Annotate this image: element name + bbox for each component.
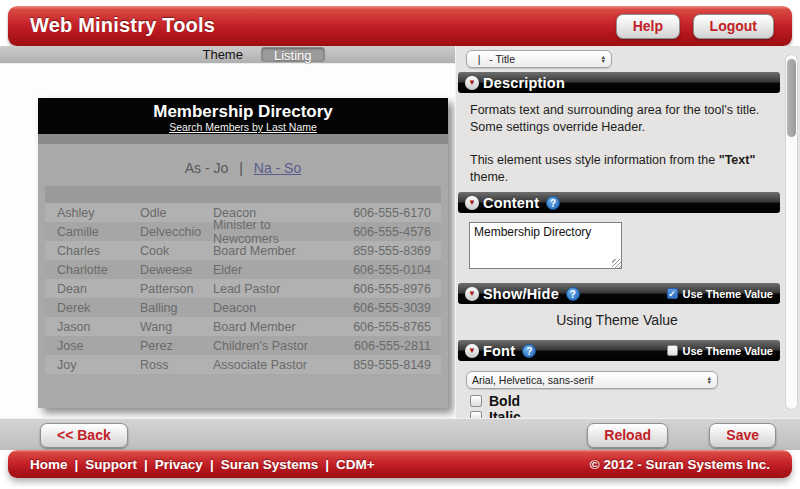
- pagination-separator: |: [239, 160, 243, 176]
- bold-option: ✓ Bold: [470, 393, 520, 409]
- description-text: This element uses style information from…: [470, 153, 719, 167]
- showhide-panel-title: Show/Hide: [483, 286, 559, 302]
- collapse-icon[interactable]: ▼: [465, 196, 479, 210]
- stepper-down-icon: ▼: [601, 59, 606, 64]
- search-members-link[interactable]: Search Members by Last Name: [38, 121, 448, 133]
- element-select-value: | - Title: [472, 53, 601, 65]
- main-region: Theme Listing Membership Directory Searc…: [0, 46, 800, 418]
- content-panel-header[interactable]: ▼ Content ?: [458, 192, 780, 213]
- table-cell: Ashley: [57, 206, 140, 220]
- scrollbar-thumb[interactable]: [787, 59, 796, 137]
- table-row: CharlesCookBoard Member859-555-8369: [45, 241, 441, 260]
- bold-checkbox[interactable]: ✓: [470, 395, 482, 407]
- reload-button[interactable]: Reload: [587, 423, 668, 448]
- footer-link[interactable]: Privacy: [155, 457, 203, 472]
- table-cell: Derek: [57, 301, 140, 315]
- table-cell: Dean: [57, 282, 140, 296]
- table-cell: Perez: [140, 339, 213, 353]
- tab-strip: Theme Listing: [0, 46, 455, 64]
- top-header-bar: Web Ministry Tools Help Logout: [8, 6, 792, 46]
- font-panel-title: Font: [483, 343, 515, 359]
- footer-link-separator: |: [144, 457, 148, 472]
- scrollbar[interactable]: [785, 54, 798, 410]
- help-button[interactable]: Help: [616, 14, 680, 39]
- table-cell: Children's Pastor: [213, 339, 331, 353]
- description-panel-header[interactable]: ▼ Description: [458, 72, 780, 93]
- footer-link[interactable]: Home: [30, 457, 68, 472]
- table-row: JosePerezChildren's Pastor606-555-2811: [45, 336, 441, 355]
- content-textarea[interactable]: Membership Directory: [469, 222, 622, 269]
- footer-link[interactable]: Suran Systems: [221, 457, 319, 472]
- pagination-current-range: As - Jo: [185, 160, 229, 176]
- font-panel-header[interactable]: ▼ Font ? ✓ Use Theme Value: [458, 340, 780, 361]
- table-cell: Odle: [140, 206, 213, 220]
- tab-theme[interactable]: Theme: [190, 47, 254, 62]
- table-cell: 606-555-4576: [331, 225, 431, 239]
- table-cell: Camille: [57, 225, 140, 239]
- help-icon[interactable]: ?: [566, 287, 580, 301]
- description-text: theme.: [470, 170, 508, 184]
- use-theme-label: Use Theme Value: [683, 288, 774, 300]
- description-paragraph: This element uses style information from…: [470, 152, 775, 186]
- showhide-use-theme-checkbox[interactable]: ✓: [667, 288, 678, 299]
- table-row: JoyRossAssociate Pastor859-555-8149: [45, 355, 441, 374]
- table-cell: Joy: [57, 358, 140, 372]
- app-window: Web Ministry Tools Help Logout Theme Lis…: [0, 0, 800, 489]
- member-table: AshleyOdleDeacon606-555-6170CamilleDelve…: [45, 186, 441, 374]
- logout-button[interactable]: Logout: [693, 14, 774, 39]
- use-theme-label: Use Theme Value: [683, 345, 774, 357]
- table-cell: Cook: [140, 244, 213, 258]
- pagination: As - Jo | Na - So: [38, 160, 448, 178]
- table-cell: Lead Pastor: [213, 282, 331, 296]
- member-rows: AshleyOdleDeacon606-555-6170CamilleDelve…: [45, 203, 441, 374]
- collapse-icon[interactable]: ▼: [465, 344, 479, 358]
- footer-link[interactable]: CDM+: [336, 457, 375, 472]
- description-body: Formats text and surrounding area for th…: [470, 102, 775, 186]
- table-cell: Charlotte: [57, 263, 140, 277]
- description-paragraph: Formats text and surrounding area for th…: [470, 102, 775, 136]
- table-cell: Ross: [140, 358, 213, 372]
- table-cell: 606-555-8976: [331, 282, 431, 296]
- save-button[interactable]: Save: [709, 423, 776, 448]
- copyright: © 2012 - Suran Systems Inc.: [590, 457, 770, 472]
- table-cell: Board Member: [213, 320, 331, 334]
- font-family-select-value: Arial, Helvetica, sans-serif: [472, 374, 707, 386]
- help-icon[interactable]: ?: [522, 344, 536, 358]
- bottom-button-bar: << Back Reload Save: [0, 418, 800, 450]
- back-button[interactable]: << Back: [40, 423, 128, 448]
- italic-checkbox[interactable]: ✓: [470, 411, 482, 418]
- preview-header: Membership Directory Search Members by L…: [38, 98, 448, 134]
- help-icon[interactable]: ?: [546, 196, 560, 210]
- pagination-next-range-link[interactable]: Na - So: [254, 160, 301, 176]
- tab-listing[interactable]: Listing: [261, 47, 325, 62]
- font-family-select[interactable]: Arial, Helvetica, sans-serif ▲ ▼: [466, 371, 718, 389]
- table-cell: Board Member: [213, 244, 331, 258]
- table-cell: Deacon: [213, 301, 331, 315]
- table-cell: 606-555-6170: [331, 206, 431, 220]
- member-table-header: [45, 186, 441, 203]
- table-cell: Jose: [57, 339, 140, 353]
- stepper-down-icon: ▼: [707, 380, 712, 385]
- table-cell: Minister to Newcomers: [213, 218, 331, 246]
- table-cell: Charles: [57, 244, 140, 258]
- showhide-body-text: Using Theme Value: [456, 312, 778, 328]
- table-row: CharlotteDeweeseElder606-555-0104: [45, 260, 441, 279]
- membership-directory-preview: Membership Directory Search Members by L…: [38, 98, 448, 408]
- table-cell: 859-555-8369: [331, 244, 431, 258]
- element-select[interactable]: | - Title ▲ ▼: [466, 50, 612, 68]
- collapse-icon[interactable]: ▼: [465, 287, 479, 301]
- footer-link[interactable]: Support: [85, 457, 137, 472]
- showhide-panel-header[interactable]: ▼ Show/Hide ? ✓ Use Theme Value: [458, 283, 780, 304]
- italic-label: Italic: [489, 409, 521, 418]
- font-use-theme-checkbox[interactable]: ✓: [667, 345, 678, 356]
- table-cell: Elder: [213, 263, 331, 277]
- table-cell: 859-555-8149: [331, 358, 431, 372]
- inspector-pane: | - Title ▲ ▼ ▼ Description Formats text…: [455, 46, 800, 418]
- table-row: DerekBallingDeacon606-555-3039: [45, 298, 441, 317]
- stepper-icon: ▲ ▼: [601, 55, 606, 64]
- preview-title: Membership Directory: [38, 102, 448, 121]
- table-cell: Patterson: [140, 282, 213, 296]
- collapse-icon[interactable]: ▼: [465, 76, 479, 90]
- footer-link-separator: |: [75, 457, 79, 472]
- table-cell: 606-555-0104: [331, 263, 431, 277]
